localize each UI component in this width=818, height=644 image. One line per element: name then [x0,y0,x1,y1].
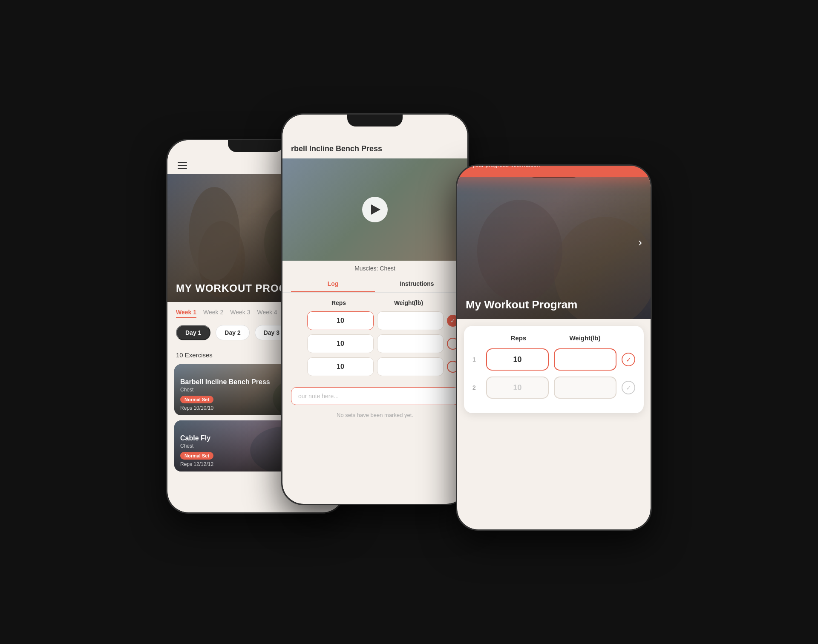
hamburger-icon[interactable] [178,162,187,169]
exercise-card-2-info: Cable Fly Chest Normal Set Reps 12/12/12 [180,434,213,467]
sets-header: Reps Weight(lb) [291,299,459,306]
phone-2-notch [347,115,403,126]
set-1-weight-input[interactable] [377,311,444,330]
cta-text-block: Get your new Workout Plan Submit your pr… [456,164,574,168]
phone-3-hero-arrow[interactable]: › [638,236,642,249]
play-button[interactable] [362,197,388,222]
svg-point-7 [477,200,562,302]
p3-set-2-check[interactable]: ✓ [622,381,635,394]
exercise-1-badge: Normal Set [180,396,213,403]
exercise-2-badge: Normal Set [180,452,213,460]
note-input[interactable]: our note here... [291,387,459,405]
p3-set-2-number: 2 [472,384,481,391]
phone-2-screen: rbell Incline Bench Press Muscles: Chest… [282,115,467,504]
p3-set-1-check[interactable]: ✓ [622,353,635,366]
day-btn-1[interactable]: Day 1 [176,325,210,340]
set-2-weight-input[interactable] [377,334,444,353]
week-tab-4[interactable]: Week 4 [257,309,277,318]
phone-3-hero-title: My Workout Program [466,298,577,311]
exercise-1-reps: Reps 10/10/10 [180,405,270,411]
set-3-reps-input[interactable]: 10 [307,357,374,376]
exercises-count: 10 Exercises [176,351,213,359]
p3-col-reps: Reps [485,334,552,342]
phone-2-tabs: Log Instructions [282,276,467,293]
tab-log[interactable]: Log [291,276,375,292]
week-tab-2[interactable]: Week 2 [203,309,223,318]
phone-1-notch [228,140,283,152]
col-reps-label: Reps [304,299,374,306]
set-row-1: 10 ✓ [291,311,459,330]
day-btn-2[interactable]: Day 2 [216,325,249,340]
set-row-2: 10 [291,334,459,353]
exercise-2-name: Cable Fly [180,434,213,442]
p3-set-2-reps[interactable]: 10 [486,377,549,399]
p3-set-1-reps[interactable]: 10 [486,348,549,371]
phone-3-hero: My Workout Program › [457,166,651,319]
phone-2-video-area[interactable] [282,158,467,261]
p3-set-1-weight[interactable] [554,348,616,371]
p3-sets-header: Reps Weight(lb) [472,334,635,342]
exercise-1-name: Barbell Incline Bench Press [180,378,270,386]
p3-set-1-number: 1 [472,356,481,363]
set-2-reps-input[interactable]: 10 [307,334,374,353]
p3-col-weight: Weight(lb) [552,334,618,342]
set-row-3: 10 [291,357,459,376]
phone-2: rbell Incline Bench Press Muscles: Chest… [281,113,469,505]
week-tab-1[interactable]: Week 1 [176,309,196,318]
play-triangle-icon [371,204,380,215]
cta-subtitle: Submit your progress information [456,164,574,168]
exercise-1-muscle: Chest [180,387,270,393]
cta-banner[interactable]: Get your new Workout Plan Submit your pr… [456,164,652,177]
p3-set-2-weight[interactable] [554,377,616,399]
phone-2-sets-table: Reps Weight(lb) 10 ✓ 10 [282,293,467,387]
no-sets-message: No sets have been marked yet. [282,405,467,425]
phone-3: Get your new Workout Plan Submit your pr… [456,164,652,531]
exercise-2-muscle: Chest [180,443,213,449]
exercise-card-1-info: Barbell Incline Bench Press Chest Normal… [180,378,270,411]
week-tab-3[interactable]: Week 3 [230,309,250,318]
phone-2-muscles: Muscles: Chest [282,261,467,276]
set-3-weight-input[interactable] [377,357,444,376]
phone-3-screen: My Workout Program › Reps Weight(lb) 1 1… [457,166,651,529]
cta-arrow-icon[interactable]: › [630,164,647,167]
p3-set-row-2: 2 10 ✓ [472,377,635,399]
p3-header-spacer [472,334,485,342]
p3-set-row-1: 1 10 ✓ [472,348,635,371]
col-weight-label: Weight(lb) [374,299,444,306]
scene: MY WORKOUT PROGRAM Week 1 Week 2 Week 3 … [153,88,665,556]
phone-3-sets-panel: Reps Weight(lb) 1 10 ✓ 2 10 ✓ [464,326,644,413]
set-1-reps-input[interactable]: 10 [307,311,374,330]
tab-instructions[interactable]: Instructions [375,276,459,292]
exercise-2-reps: Reps 12/12/12 [180,461,213,467]
